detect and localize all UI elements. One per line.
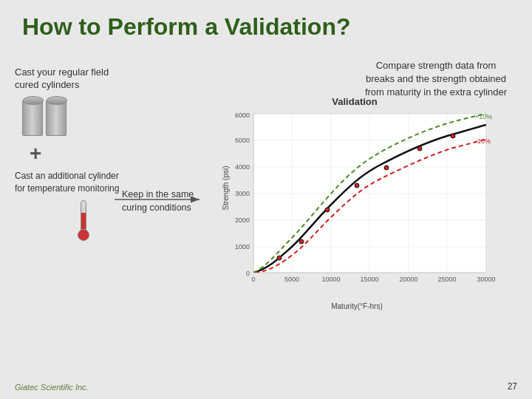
svg-text:4000: 4000	[235, 163, 250, 171]
left-panel: Cast your regular field cured cylinders …	[15, 66, 129, 241]
arrow	[115, 188, 207, 211]
compare-text: Compare strength data from breaks and th…	[362, 59, 510, 100]
x-axis-label: Maturity(°F-hrs)	[224, 302, 490, 310]
chart-svg: 0 1000 2000 3000 4000 5000 6000 0 5000 1…	[224, 110, 497, 299]
svg-text:0: 0	[246, 270, 250, 277]
svg-text:5000: 5000	[284, 276, 299, 283]
svg-text:2000: 2000	[235, 216, 250, 224]
y-axis-label: Strength (psi)	[222, 166, 230, 210]
plus-sign: +	[30, 142, 129, 166]
therm-bulb	[78, 229, 89, 241]
svg-point-34	[325, 208, 330, 212]
cylinder-icon	[22, 99, 129, 136]
svg-text:15000: 15000	[360, 276, 378, 283]
svg-text:30000: 30000	[477, 276, 495, 283]
page-number: 27	[508, 381, 517, 392]
svg-text:1000: 1000	[235, 243, 250, 250]
cylinder-2	[46, 99, 66, 136]
svg-point-37	[417, 146, 422, 151]
therm-tube	[81, 200, 86, 230]
cylinder-1	[22, 99, 43, 136]
svg-point-35	[355, 183, 359, 188]
svg-text:10000: 10000	[321, 276, 340, 283]
slide: How to Perform a Validation? Cast your r…	[0, 0, 532, 399]
svg-point-33	[299, 239, 304, 244]
footer: Giatec Scientific Inc.	[15, 383, 89, 392]
therm-fill	[81, 213, 86, 230]
svg-text:20000: 20000	[399, 276, 417, 283]
page-title: How to Perform a Validation?	[0, 0, 532, 48]
svg-text:-10%: -10%	[475, 137, 491, 145]
svg-text:25000: 25000	[437, 276, 456, 283]
chart-area: Validation Strength (psi)	[203, 96, 506, 318]
chart-title: Validation	[203, 96, 506, 107]
svg-text:6000: 6000	[235, 112, 250, 119]
svg-text:5000: 5000	[235, 137, 250, 144]
cast-label: Cast your regular field cured cylinders	[15, 66, 129, 92]
svg-point-36	[384, 166, 389, 170]
svg-text:3000: 3000	[235, 190, 250, 197]
svg-text:+10%: +10%	[475, 113, 492, 120]
svg-point-38	[451, 134, 455, 138]
svg-text:0: 0	[251, 276, 255, 283]
svg-point-32	[277, 256, 282, 260]
extra-label: Cast an additional cylinder for temperat…	[15, 170, 129, 195]
